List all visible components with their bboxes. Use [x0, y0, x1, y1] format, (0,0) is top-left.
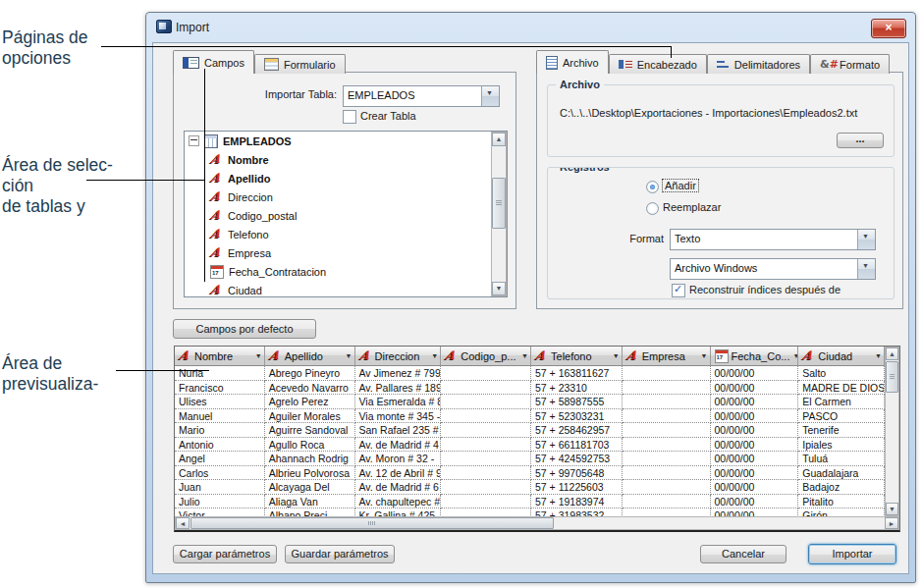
annotation-line: opciones — [2, 48, 88, 69]
import-table-combobox[interactable]: EMPLEADOS — [343, 85, 500, 107]
table-row[interactable]: MarioAguirre SandovalSan Rafael 235 # 85… — [175, 423, 885, 438]
cancel-button[interactable]: Cancelar — [700, 545, 786, 563]
scroll-thumb[interactable] — [190, 517, 554, 529]
load-parameters-button[interactable]: Cargar parámetros — [173, 545, 277, 563]
table-cell: 00/00/00 — [711, 480, 799, 495]
close-button[interactable]: × — [871, 19, 906, 38]
table-vertical-scrollbar[interactable]: ▲ ▼ — [885, 347, 899, 516]
table-row[interactable]: CarlosAlbrieu PolvorosaAv. 12 de Abril #… — [175, 466, 885, 481]
combo-arrow-icon[interactable] — [481, 86, 499, 106]
tab-formato[interactable]: Formato — [810, 54, 890, 74]
table-row[interactable]: JuanAlcayaga DelAv. de Madrid # 657 + 11… — [175, 480, 885, 495]
import-table-value: EMPLEADOS — [348, 89, 479, 101]
column-header-fecha-co-[interactable]: Fecha_Co...▼ — [711, 347, 799, 366]
date-field-icon — [715, 349, 729, 363]
tree-item-codigo_postal[interactable]: Codigo_postal — [185, 206, 507, 225]
delimiters-icon — [717, 59, 730, 70]
save-parameters-button[interactable]: Guardar parámetros — [285, 545, 395, 563]
encoding-combobox[interactable]: Archivo Windows — [670, 258, 876, 280]
format-combobox[interactable]: Texto — [670, 229, 876, 250]
table-cell — [623, 495, 711, 509]
tree-scrollbar[interactable]: ▲ ▼ — [491, 132, 507, 296]
tree-item-label: Direccion — [228, 191, 273, 203]
scroll-thumb[interactable] — [492, 178, 506, 229]
tab-encabezado[interactable]: Encabezado — [609, 54, 707, 74]
table-cell: 00/00/00 — [711, 466, 799, 481]
scroll-down-icon[interactable]: ▼ — [886, 503, 898, 515]
tab-campos[interactable]: Campos — [173, 50, 254, 74]
column-menu-arrow-icon[interactable]: ▼ — [255, 352, 262, 359]
text-field-icon — [179, 350, 191, 362]
column-label: Apellido — [285, 350, 323, 362]
scroll-right-icon[interactable]: ► — [885, 517, 898, 529]
table-cell: 00/00/00 — [711, 452, 799, 466]
browse-button[interactable]: ... — [837, 133, 884, 148]
table-row[interactable]: UlisesAgrelo PerezVia Esmeralda # 857 + … — [175, 395, 885, 409]
table-cell: 00/00/00 — [711, 438, 799, 453]
table-cell: Via monte # 345 - — [355, 409, 442, 424]
collapse-icon[interactable] — [189, 135, 199, 146]
tree-item-nombre[interactable]: Nombre — [185, 150, 507, 169]
table-cell: Francisco — [175, 381, 265, 396]
scroll-up-icon[interactable]: ▲ — [492, 133, 506, 146]
tree-item-direccion[interactable]: Direccion — [185, 187, 507, 206]
default-fields-button[interactable]: Campos por defecto — [173, 319, 316, 339]
table-row[interactable]: JulioAliaga VanAv. chapultepec #57 + 191… — [175, 495, 885, 509]
scroll-down-icon[interactable]: ▼ — [492, 282, 506, 295]
tab-delimitadores[interactable]: Delimitadores — [707, 54, 810, 74]
replace-radio[interactable]: Reemplazar — [646, 201, 793, 215]
title-bar[interactable]: Import × — [146, 13, 915, 42]
add-radio[interactable]: Añadir — [646, 180, 793, 193]
table-cell — [441, 366, 531, 381]
tree-item-apellido[interactable]: Apellido — [185, 169, 507, 187]
tree-item-label: Apellido — [228, 173, 270, 185]
column-header-direccion[interactable]: Direccion▼ — [355, 347, 442, 366]
combo-arrow-icon[interactable] — [857, 259, 875, 279]
table-row[interactable]: AngelAhannach RodrigAv. Moron # 32 -57 +… — [175, 452, 885, 466]
scroll-up-icon[interactable]: ▲ — [886, 347, 898, 360]
table-row[interactable]: ManuelAguiler MoralesVia monte # 345 -57… — [175, 409, 885, 424]
scroll-left-icon[interactable]: ◄ — [176, 517, 190, 529]
tab-archivo[interactable]: Archivo — [536, 50, 609, 74]
tab-formulario[interactable]: Formulario — [254, 54, 346, 74]
column-menu-arrow-icon[interactable]: ▼ — [613, 352, 620, 359]
column-menu-arrow-icon[interactable]: ▼ — [875, 352, 882, 359]
column-menu-arrow-icon[interactable]: ▼ — [346, 352, 353, 359]
column-header-nombre[interactable]: Nombre▼ — [175, 347, 265, 366]
column-header-ciudad[interactable]: Ciudad▼ — [798, 347, 885, 366]
encoding-value: Archivo Windows — [675, 262, 855, 274]
column-header-apellido[interactable]: Apellido▼ — [265, 347, 355, 366]
table-horizontal-scrollbar[interactable]: ◄ ► — [175, 516, 899, 530]
tree-item-empleados[interactable]: EMPLEADOS — [185, 132, 507, 150]
tree-item-fecha_contratacion[interactable]: Fecha_Contratacion — [185, 262, 507, 281]
tree-item-ciudad[interactable]: Ciudad — [185, 281, 507, 297]
radio-circle[interactable] — [646, 181, 659, 193]
column-header-empresa[interactable]: Empresa▼ — [623, 347, 711, 366]
column-menu-arrow-icon[interactable]: ▼ — [521, 352, 528, 359]
create-table-checkbox[interactable]: Crear Tabla — [343, 110, 490, 124]
tree-item-telefono[interactable]: Telefono — [185, 225, 507, 243]
column-menu-arrow-icon[interactable]: ▼ — [701, 352, 708, 359]
format-label: Format — [577, 233, 664, 244]
table-row[interactable]: VictorAlbano PreciKr. Gallina # 42557 + … — [175, 508, 885, 516]
scroll-thumb[interactable] — [886, 361, 898, 393]
rebuild-indexes-checkbox[interactable]: Reconstruir índices después de importar — [672, 284, 878, 299]
combo-arrow-icon[interactable] — [857, 230, 875, 249]
tab-label: Delimitadores — [734, 59, 800, 71]
column-header-codigo-p-[interactable]: Codigo_p...▼ — [441, 347, 531, 366]
preview-table[interactable]: Nombre▼Apellido▼Direccion▼Codigo_p...▼Te… — [174, 346, 900, 532]
app-icon — [156, 20, 172, 33]
table-cell: Tuluá — [798, 452, 885, 466]
checkbox-box[interactable] — [672, 284, 685, 297]
radio-circle[interactable] — [646, 202, 659, 215]
table-row[interactable]: FranciscoAcevedo NavarroAv. Pallares # 1… — [175, 381, 885, 396]
table-cell: Alcayaga Del — [265, 480, 355, 495]
table-row[interactable]: NuriaAbrego PineyroAv Jimenez # 79957 + … — [175, 366, 885, 381]
column-menu-arrow-icon[interactable]: ▼ — [431, 352, 438, 359]
checkbox-box[interactable] — [343, 110, 356, 124]
tree-item-empresa[interactable]: Empresa — [185, 243, 507, 262]
table-row[interactable]: AntonioAgullo RocaAv. de Madrid # 457 + … — [175, 438, 885, 453]
field-tree[interactable]: EMPLEADOSNombreApellidoDireccionCodigo_p… — [184, 131, 508, 297]
column-header-telefono[interactable]: Telefono▼ — [531, 347, 623, 366]
import-button[interactable]: Importar — [808, 544, 896, 564]
